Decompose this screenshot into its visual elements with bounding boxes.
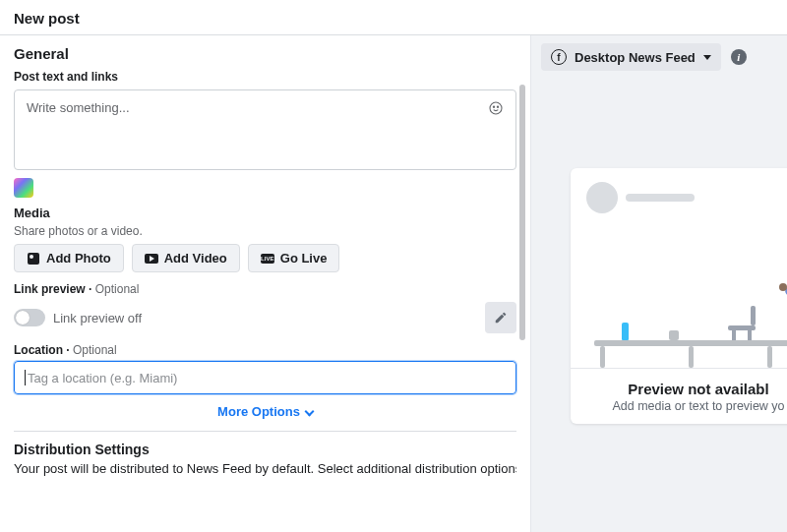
add-video-button[interactable]: Add Video — [132, 244, 240, 272]
svg-point-1 — [493, 106, 494, 107]
link-preview-label: Link preview · Optional — [14, 282, 516, 296]
pencil-icon — [494, 311, 508, 325]
live-icon: LIVE — [261, 254, 274, 264]
page-header: New post — [0, 0, 787, 35]
name-placeholder — [626, 194, 695, 202]
location-label: Location · Optional — [14, 343, 516, 357]
emoji-icon[interactable] — [488, 100, 504, 116]
scrollbar[interactable] — [519, 85, 525, 340]
location-input[interactable]: Tag a location (e.g. Miami) — [14, 361, 516, 394]
preview-empty-title: Preview not availabl — [580, 381, 787, 397]
more-options-link[interactable]: More Options — [217, 404, 313, 419]
feed-selector-label: Desktop News Feed — [575, 50, 696, 65]
distribution-section-title: Distribution Settings — [14, 442, 516, 457]
compose-pane: General Post text and links Write someth… — [0, 35, 531, 532]
feed-selector[interactable]: f Desktop News Feed — [541, 43, 721, 71]
chevron-down-icon — [304, 407, 314, 417]
edit-link-preview-button[interactable] — [485, 302, 516, 333]
video-icon — [145, 254, 158, 264]
preview-pane: f Desktop News Feed i — [531, 35, 787, 532]
link-preview-status: Link preview off — [53, 311, 142, 325]
post-text-placeholder: Write something... — [27, 100, 130, 115]
photo-icon — [28, 253, 39, 265]
preview-empty-subtitle: Add media or text to preview yo — [580, 399, 787, 413]
text-caret — [25, 370, 26, 385]
section-divider — [14, 431, 516, 432]
empty-state-illustration — [571, 221, 787, 369]
caret-down-icon — [703, 55, 711, 60]
svg-point-0 — [490, 102, 502, 114]
svg-point-2 — [497, 106, 498, 107]
location-placeholder: Tag a location (e.g. Miami) — [28, 371, 177, 385]
page-title: New post — [14, 10, 773, 27]
link-preview-toggle[interactable] — [14, 309, 45, 326]
info-icon[interactable]: i — [731, 49, 747, 65]
add-video-label: Add Video — [164, 251, 227, 266]
general-section-title: General — [14, 45, 516, 62]
go-live-label: Go Live — [280, 251, 328, 266]
preview-card: Preview not availabl Add media or text t… — [571, 168, 787, 424]
add-photo-label: Add Photo — [46, 251, 111, 266]
go-live-button[interactable]: LIVE Go Live — [248, 244, 340, 272]
avatar-placeholder — [586, 182, 618, 213]
background-color-icon[interactable] — [14, 178, 33, 198]
facebook-icon: f — [551, 49, 567, 65]
more-options-label: More Options — [217, 404, 300, 419]
post-text-label: Post text and links — [14, 70, 516, 84]
media-subtitle: Share photos or a video. — [14, 224, 516, 238]
distribution-description: Your post will be distributed to News Fe… — [14, 461, 516, 476]
post-text-input[interactable]: Write something... — [14, 89, 516, 170]
add-photo-button[interactable]: Add Photo — [14, 244, 124, 272]
media-section-title: Media — [14, 206, 516, 220]
